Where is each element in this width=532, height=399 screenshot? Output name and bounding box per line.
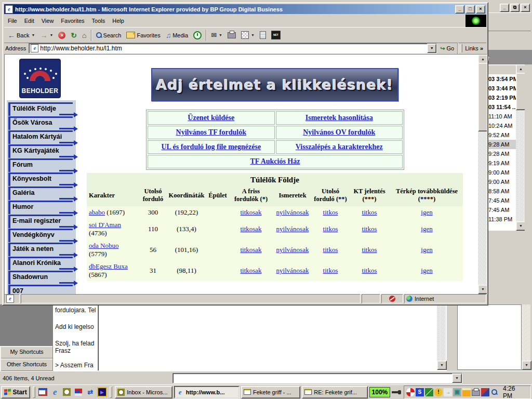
list-item[interactable]: 9:00 AM [487, 168, 516, 177]
outlook-column-header[interactable] [487, 64, 517, 75]
tray-shield-icon[interactable] [481, 388, 489, 396]
link-ul-log-file[interactable]: UL és forduló log file megnézése [161, 143, 261, 151]
list-item[interactable]: 03 3:54 PM [487, 74, 516, 84]
link-ismeretek-hasonlitasa[interactable]: Ismeretek hasonlítása [305, 114, 373, 122]
outlook-list-scrollbar[interactable]: ▲ ▼ [516, 64, 525, 231]
character-link[interactable]: oda Nobuo [89, 242, 118, 249]
quicklaunch-ie-icon[interactable]: e [50, 387, 60, 397]
fresh-turns-link[interactable]: titkosak [240, 225, 261, 233]
maximize-button[interactable]: □ [466, 5, 475, 14]
drag-grip[interactable] [110, 387, 112, 398]
tray-window-icon[interactable] [462, 388, 471, 396]
quicklaunch-mail-icon[interactable] [38, 387, 48, 397]
quicklaunch-outlook-icon[interactable] [62, 387, 72, 397]
back-button[interactable]: ← Back ▼ [5, 29, 37, 42]
knowledge-link[interactable]: nyilvánosak [276, 208, 309, 216]
list-item-selected[interactable]: 9:28 AM [487, 140, 516, 149]
list-item[interactable]: 11:38 PM [487, 215, 516, 224]
outlook-message-list[interactable]: 03 3:54 PM 03 3:44 PM 03 2:19 PM 03 11:5… [487, 74, 516, 231]
link-visszalepes[interactable]: Visszalépés a karakterekhez [296, 143, 383, 151]
edit-dropdown-icon[interactable]: ▼ [251, 33, 255, 37]
character-link[interactable]: ababo [89, 208, 105, 216]
drag-grip[interactable] [33, 387, 35, 398]
sidebar-item-forum[interactable]: Fórum [8, 158, 73, 172]
beholder-logo[interactable]: BEHOLDER [19, 59, 61, 98]
close-button[interactable]: × [476, 5, 485, 14]
menu-file[interactable]: File [4, 16, 21, 25]
outlook-minimize-button[interactable]: _ [500, 4, 509, 12]
outlook-restore-button[interactable]: ⧉ [510, 4, 520, 12]
scroll-down-button[interactable]: ▼ [478, 285, 487, 294]
sidebar-item-vendegkonyv[interactable]: Vendégkönyv [8, 229, 73, 242]
sidebar-item-hatalom-kartyai[interactable]: Hatalom Kártyái [8, 130, 73, 144]
links-chevron-icon[interactable]: » [480, 45, 483, 51]
list-item[interactable]: 11:10 AM [487, 112, 516, 121]
character-link[interactable]: dbEgesz Buxa [89, 262, 128, 270]
sidebar-item-osok-varosa[interactable]: Ősök Városa [8, 116, 73, 130]
taskbar-clock[interactable]: 4:26 PM [500, 385, 528, 399]
list-item[interactable]: 9:28 AM [487, 149, 516, 158]
map-forward-link[interactable]: igen [421, 208, 432, 216]
forward-button[interactable]: → ▼ [37, 29, 56, 42]
print-button[interactable] [225, 29, 238, 42]
map-forward-link[interactable]: igen [421, 246, 432, 254]
edit-button[interactable]: ▼ [238, 29, 257, 42]
address-input[interactable] [40, 45, 427, 52]
sidebar-item-tulelok-foldje[interactable]: Túlélők Földje [8, 102, 73, 116]
knowledge-link[interactable]: nyilvánosak [276, 246, 309, 254]
menu-help[interactable]: Help [109, 16, 128, 25]
tray-network-cable-icon[interactable] [425, 388, 433, 396]
list-item[interactable]: 03 11:54 ... [487, 102, 516, 112]
fresh-turns-link[interactable]: titkosak [240, 246, 261, 254]
last-turn-link[interactable]: titkos [323, 225, 338, 233]
tray-printer-icon[interactable] [472, 388, 480, 396]
sidebar-item-007[interactable]: 007 [8, 285, 73, 295]
tray-monitor-icon[interactable] [453, 388, 461, 396]
start-button[interactable]: Start [1, 386, 30, 398]
sidebar-item-jatek-a-neten[interactable]: Játék a neten [8, 243, 73, 256]
task-inbox[interactable]: Inbox - Micros... [115, 386, 172, 398]
tray-magnifier-icon[interactable] [490, 388, 499, 396]
outlook-close-button[interactable]: × [521, 4, 530, 12]
links-bar[interactable]: Links » [457, 43, 485, 54]
sidebar-item-kg-kartyajatek[interactable]: KG Kártyajáték [8, 144, 73, 158]
menu-edit[interactable]: Edit [21, 16, 38, 25]
sidebar-item-humor[interactable]: Humor [8, 201, 73, 214]
mail-dropdown-icon[interactable]: ▼ [219, 33, 222, 37]
sidebar-item-email-regiszter[interactable]: E-mail regiszter [8, 215, 73, 228]
scroll-down-button[interactable]: ▼ [437, 361, 447, 370]
map-forward-link[interactable]: igen [421, 225, 432, 233]
kt-report-link[interactable]: titkos [362, 225, 377, 233]
battery-meter[interactable]: 100% [369, 387, 391, 397]
last-turn-link[interactable]: titkos [323, 267, 338, 274]
minimize-button[interactable]: _ [455, 5, 464, 14]
list-item[interactable]: 9:19 AM [487, 158, 516, 168]
drag-grip[interactable] [460, 44, 462, 52]
tray-s-icon[interactable]: S [416, 388, 424, 396]
character-link[interactable]: soi D'Aman [89, 221, 121, 229]
list-item[interactable]: 03 2:19 PM [487, 93, 516, 102]
kt-report-link[interactable]: titkos [362, 246, 377, 254]
list-item[interactable]: 7:45 AM [487, 196, 516, 205]
ie-titlebar[interactable]: e http://www.beholder.hu/l1.htm - Micros… [4, 4, 486, 14]
sidebar-item-alanori-kronika[interactable]: Alanori Krónika [8, 257, 73, 270]
map-forward-link[interactable]: igen [421, 267, 432, 274]
address-dropdown-button[interactable]: ▼ [427, 44, 436, 53]
quicklaunch-sync-icon[interactable]: ⇄ [85, 387, 96, 397]
sidebar-item-galeria[interactable]: Galéria [8, 187, 73, 200]
home-button[interactable]: ⌂ [79, 29, 89, 42]
history-button[interactable] [191, 29, 204, 42]
other-shortcuts-button[interactable]: Other Shortcuts [0, 358, 54, 371]
dropdown-arrow-icon[interactable]: ▼ [452, 374, 462, 383]
kt-report-link[interactable]: titkos [362, 267, 377, 274]
scroll-down-button[interactable]: ▼ [522, 361, 531, 370]
favorites-button[interactable]: Favorites [124, 29, 163, 42]
tray-fan-icon[interactable] [406, 388, 415, 396]
link-uzenet-kuldese[interactable]: Üzenet küldése [188, 114, 234, 122]
go-button[interactable]: ↪ Go [437, 45, 457, 52]
fresh-turns-link[interactable]: titkosak [240, 208, 261, 216]
list-item[interactable]: 8:58 AM [487, 187, 516, 196]
media-button[interactable]: ♫ Media [163, 29, 191, 42]
refresh-button[interactable]: ↻ [68, 29, 79, 42]
knowledge-link[interactable]: nyilvánosak [276, 225, 309, 233]
